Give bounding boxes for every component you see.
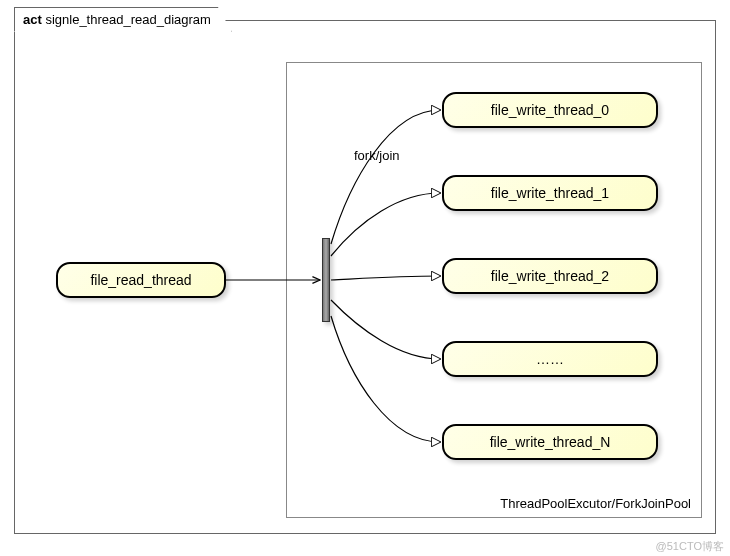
- node-ellipsis: ……: [442, 341, 658, 377]
- node-file-write-thread-0: file_write_thread_0: [442, 92, 658, 128]
- activity-title-tab: act signle_thread_read_diagram: [14, 7, 232, 32]
- title-text: signle_thread_read_diagram: [45, 12, 211, 27]
- node-file-read-thread: file_read_thread: [56, 262, 226, 298]
- node-label: file_write_thread_2: [491, 268, 609, 284]
- threadpool-label: ThreadPoolExcutor/ForkJoinPool: [500, 496, 691, 511]
- node-label: file_write_thread_0: [491, 102, 609, 118]
- watermark: @51CTO博客: [656, 539, 724, 554]
- fork-bar: [322, 238, 330, 322]
- node-file-write-thread-2: file_write_thread_2: [442, 258, 658, 294]
- node-label: file_write_thread_1: [491, 185, 609, 201]
- edge-label-fork-join: fork/join: [354, 148, 400, 163]
- node-file-write-thread-n: file_write_thread_N: [442, 424, 658, 460]
- node-label: file_read_thread: [90, 272, 191, 288]
- node-label: ……: [536, 351, 564, 367]
- node-label: file_write_thread_N: [490, 434, 611, 450]
- node-file-write-thread-1: file_write_thread_1: [442, 175, 658, 211]
- title-prefix: act: [23, 12, 42, 27]
